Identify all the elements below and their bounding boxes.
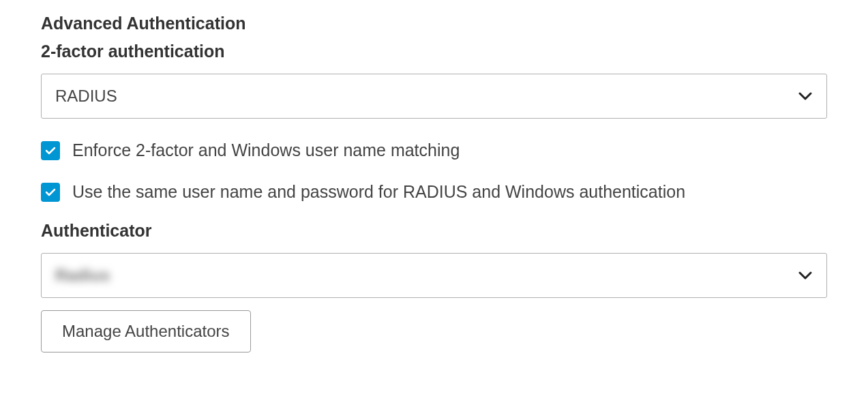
chevron-down-icon <box>798 268 813 283</box>
section-title: Advanced Authentication <box>41 14 827 33</box>
enforce-matching-label: Enforce 2-factor and Windows user name m… <box>72 140 460 160</box>
same-creds-row: Use the same user name and password for … <box>41 182 827 202</box>
manage-authenticators-button[interactable]: Manage Authenticators <box>41 310 251 352</box>
two-factor-label: 2-factor authentication <box>41 42 827 61</box>
authenticator-select[interactable]: Radius <box>41 253 827 298</box>
authenticator-label: Authenticator <box>41 221 827 241</box>
enforce-matching-checkbox[interactable] <box>41 141 60 160</box>
two-factor-selected-value: RADIUS <box>55 87 798 106</box>
same-creds-checkbox[interactable] <box>41 183 60 202</box>
same-creds-label: Use the same user name and password for … <box>72 182 685 202</box>
two-factor-select[interactable]: RADIUS <box>41 74 827 119</box>
chevron-down-icon <box>798 89 813 104</box>
authenticator-selected-value: Radius <box>55 266 798 285</box>
enforce-matching-row: Enforce 2-factor and Windows user name m… <box>41 140 827 160</box>
